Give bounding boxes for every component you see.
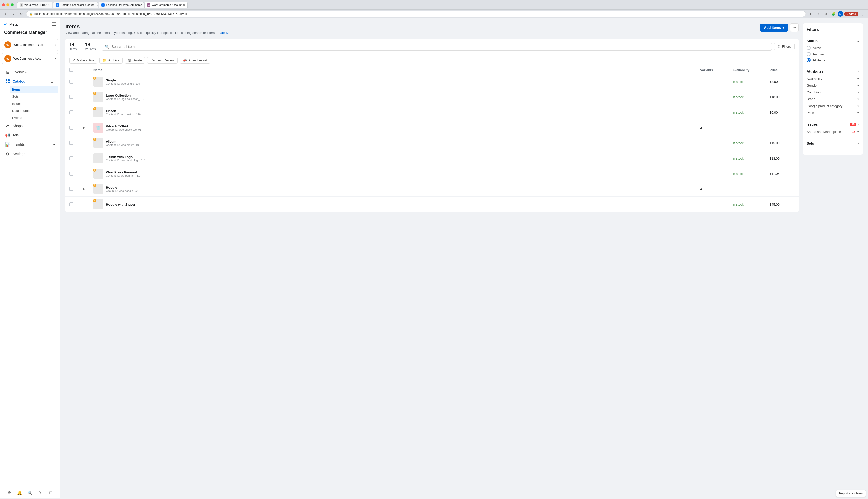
select-all-checkbox[interactable] [69,68,79,72]
sidebar-item-issues[interactable]: Issues [10,100,58,107]
profile-icon[interactable]: D [838,11,843,16]
url-bar[interactable]: 🔒 business.facebook.com/commerce/catalog… [26,11,806,17]
sidebar-item-events[interactable]: Events [10,114,58,121]
learn-more-link[interactable]: Learn More [216,31,233,35]
forward-button[interactable]: › [10,11,16,17]
hamburger-menu[interactable]: ☰ [52,21,56,27]
item-text-3: Check Content ID: wc_post_id_126 [106,109,141,116]
sidebar-item-catalog[interactable]: Catalog ▴ [3,77,57,86]
row-checkbox-2[interactable] [69,95,79,99]
status-section-header[interactable]: Status ▴ [807,39,859,43]
row-checkbox-6[interactable] [69,156,79,160]
request-review-button[interactable]: Request Review [147,57,177,63]
account-switcher-primary[interactable]: W WooCommerce - Busine... ▾ [2,39,58,51]
star-icon[interactable]: ☆ [815,11,821,17]
more-options-button[interactable]: ··· [790,23,799,32]
tab-close-woo-account[interactable]: ✕ [183,3,185,6]
extensions-icon[interactable]: 🧩 [830,11,836,17]
footer-notifications-icon[interactable]: 🔔 [16,489,23,496]
sidebar-item-settings[interactable]: ⚙ Settings [1,149,59,158]
sidebar-header: ∞ Meta ☰ [0,19,60,30]
advertise-set-button[interactable]: 📣 Advertise set [179,57,210,63]
sidebar-item-items[interactable]: Items [10,86,58,93]
sidebar-item-insights[interactable]: 📊 Insights ▾ [1,140,59,149]
row-checkbox-8[interactable] [69,187,79,191]
filter-row-availability[interactable]: Availability ▾ [807,75,859,82]
minimize-dot[interactable] [6,3,9,6]
item-thumb-4: 👕 [94,123,103,133]
issues-section-header[interactable]: Issues 15 ▴ [807,122,859,126]
update-button[interactable]: Update [844,12,858,16]
close-dot[interactable] [2,3,5,6]
account-switcher-secondary[interactable]: W WooCommerce Account (111... ▾ [2,53,58,64]
settings-icon[interactable]: ⚙ [822,11,829,17]
row-checkbox-3[interactable] [69,110,79,114]
filter-row-gender[interactable]: Gender ▾ [807,82,859,89]
sidebar-item-data-sources[interactable]: Data sources [10,107,58,114]
reload-button[interactable]: ↻ [18,11,25,17]
radio-active[interactable] [807,46,811,50]
browser-more-icon[interactable]: ⋮ [859,11,866,17]
name-col-header: Name [94,68,698,72]
warning-icon-9: ! [94,199,97,202]
filters-button[interactable]: ⚙ Filters [774,43,795,50]
radio-archived[interactable] [807,52,811,56]
footer-settings-icon[interactable]: ⚙ [6,489,13,496]
maximize-dot[interactable] [11,3,14,6]
sidebar-item-sets[interactable]: Sets [10,93,58,100]
condition-filter-label: Condition [807,90,820,94]
filter-option-active[interactable]: Active [807,45,859,51]
filter-row-brand[interactable]: Brand ▾ [807,96,859,102]
row-checkbox-4[interactable] [69,126,79,130]
issues-header-right: 15 ▴ [850,123,859,126]
row-checkbox-1[interactable] [69,80,79,84]
sets-section-header[interactable]: Sets ▾ [807,142,859,145]
row-checkbox-5[interactable] [69,141,79,145]
make-active-button[interactable]: ✓ Make active [69,57,97,63]
browser-tab-wordpress[interactable]: ⚠ WordPress › Error ✕ [17,2,52,8]
browser-menu[interactable]: ⋮ [863,3,866,7]
radio-all-items[interactable] [807,58,811,62]
item-info-1: ! Single Content ID: woo-single_104 [94,77,698,87]
attributes-section-header[interactable]: Attributes ▴ [807,69,859,73]
sidebar-item-shops[interactable]: 🛍 Shops [1,121,59,130]
footer-grid-icon[interactable]: ⊞ [47,489,54,496]
sets-filter-section: Sets ▾ [807,138,859,150]
search-input[interactable] [111,45,768,49]
variants-5: — [700,141,730,145]
sidebar-item-ads[interactable]: 📢 Ads [1,131,59,140]
tab-close-wordpress[interactable]: ✕ [48,3,50,6]
report-problem-button[interactable]: Report a Problem [836,490,866,497]
expand-button-4[interactable]: ▶ [82,125,86,130]
variants-stat[interactable]: 19 Variants [81,41,100,52]
row-checkbox-7[interactable] [69,172,79,175]
brand-chevron-icon: ▾ [857,97,859,101]
add-items-button[interactable]: Add items ▾ [760,24,788,32]
filter-row-price[interactable]: Price ▾ [807,109,859,116]
footer-help-icon[interactable]: ? [37,489,44,496]
new-tab-button[interactable]: + [188,2,194,8]
item-thumb-2: ! [94,92,103,102]
browser-tab-placeholder[interactable]: f Default placeholder product |... ✕ [53,2,98,8]
filter-row-google-category[interactable]: Google product category ▾ [807,102,859,109]
back-button[interactable]: ‹ [2,11,9,17]
sidebar-item-overview[interactable]: ⊞ Overview [1,68,59,77]
browser-tab-woo-account[interactable]: W WooCommerce Account ✕ [145,2,187,8]
delete-button[interactable]: 🗑 Delete [125,57,146,63]
avatar-primary: W [4,41,11,48]
row-checkbox-9[interactable] [69,202,79,206]
issues-filter-section: Issues 15 ▴ Shops and Marketplace 15 ▾ [807,119,859,138]
filter-option-all-items[interactable]: All items [807,57,859,63]
archive-button[interactable]: 📁 Archive [99,57,122,63]
filter-option-archived[interactable]: Archived [807,51,859,57]
download-icon[interactable]: ⬇ [807,11,814,17]
item-name-7: WordPress Pennant [106,170,141,174]
footer-search-icon[interactable]: 🔍 [26,489,34,496]
filter-row-shops-marketplace[interactable]: Shops and Marketplace 15 ▾ [807,129,859,135]
filter-row-condition[interactable]: Condition ▾ [807,89,859,96]
svg-rect-3 [8,82,10,83]
browser-tab-fb-woo[interactable]: f Facebook for WooCommerce -... ✕ [99,2,144,8]
items-stat[interactable]: 14 Items [69,41,80,52]
expand-button-8[interactable]: ▶ [82,186,86,192]
table-row: ▶ 👕 V-Neck T-Shirt Group ID: woo-vneck-t… [65,120,799,135]
